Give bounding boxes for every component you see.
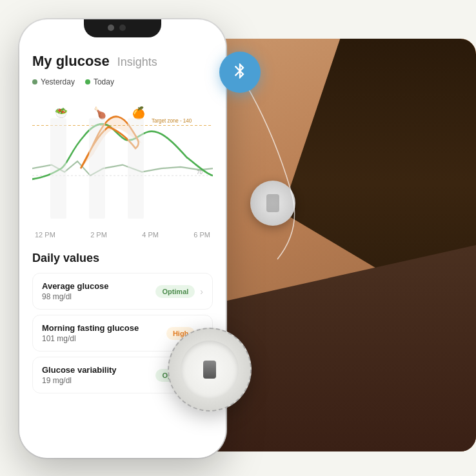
variability-amount: 19 mg/dl [42,376,117,385]
time-label-6pm: 6 PM [193,231,210,239]
chart-legend: Yesterday Today [32,77,213,86]
scene: My glucose Insights Yesterday Today [0,0,476,476]
svg-text:🥗: 🥗 [55,106,68,120]
card-left-fasting: Morning fasting glucose 101 mg/dl [42,323,139,343]
bluetooth-button[interactable] [219,52,261,93]
svg-text:🍊: 🍊 [132,106,146,120]
phone-notch [84,19,161,37]
fasting-glucose-label: Morning fasting glucose [42,323,139,333]
today-dot [85,79,90,84]
card-right-average: Optimal › [155,285,203,298]
connect-line [239,72,368,268]
glucose-chart: Target zone - 140 70 🥗 🍗 🍊 [32,97,213,226]
average-glucose-amount: 98 mg/dl [42,292,109,301]
chevron-right-icon: › [200,286,203,297]
svg-text:🍗: 🍗 [94,106,107,120]
sensor-inner [181,341,239,399]
yesterday-label: Yesterday [41,77,75,86]
insights-tab[interactable]: Insights [117,55,157,69]
today-label: Today [94,77,114,86]
my-glucose-title: My glucose [32,53,110,70]
average-glucose-badge: Optimal [155,285,195,298]
time-axis: 12 PM 2 PM 4 PM 6 PM [32,231,213,239]
svg-rect-8 [89,118,105,219]
card-left-average: Average glucose 98 mg/dl [42,281,109,301]
time-label-4pm: 4 PM [142,231,159,239]
glucose-card-average[interactable]: Average glucose 98 mg/dl Optimal › [32,273,213,310]
time-label-2pm: 2 PM [90,231,107,239]
sensor-lens [203,361,216,379]
svg-rect-7 [50,118,66,219]
fasting-glucose-amount: 101 mg/dl [42,334,139,343]
daily-values-title: Daily values [32,252,213,265]
header: My glucose Insights [32,53,213,70]
yesterday-dot [32,79,37,84]
bluetooth-icon [231,62,249,83]
card-left-variability: Glucose variability 19 mg/dl [42,365,117,385]
time-label-12pm: 12 PM [35,231,55,239]
svg-text:Target zone - 140: Target zone - 140 [152,117,192,124]
legend-today: Today [85,77,114,86]
svg-rect-9 [128,118,144,219]
sensor-large [168,328,252,412]
variability-label: Glucose variability [42,365,117,375]
average-glucose-label: Average glucose [42,281,109,291]
legend-yesterday: Yesterday [32,77,75,86]
